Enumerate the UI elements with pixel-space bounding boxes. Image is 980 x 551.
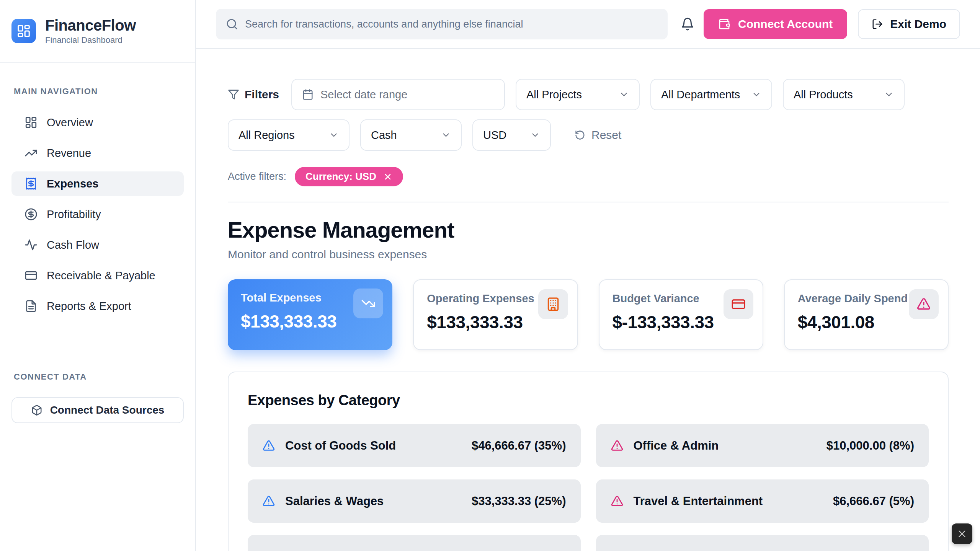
- category-value: $3,333.33 (3%): [833, 550, 914, 551]
- regions-select-value: All Regions: [238, 129, 295, 142]
- filters-label: Filters: [245, 88, 279, 101]
- sidebar-item-label: Receivable & Payable: [47, 269, 155, 282]
- sidebar-item-receivable-payable[interactable]: Receivable & Payable: [11, 263, 184, 288]
- stat-card-average-daily-spend: Average Daily Spend $4,301.08: [784, 279, 949, 350]
- chevron-down-icon: [751, 90, 761, 99]
- category-name: Office & Admin: [634, 439, 719, 453]
- search-box[interactable]: [216, 9, 668, 39]
- section-divider: [228, 202, 949, 202]
- filters-title: Filters: [228, 88, 279, 101]
- nav-section-label: MAIN NAVIGATION: [14, 86, 181, 96]
- connect-data-section: CONNECT DATA Connect Data Sources: [0, 372, 195, 423]
- app-title: FinanceFlow: [45, 17, 136, 34]
- brand: FinanceFlow Financial Dashboard: [0, 0, 195, 63]
- sidebar-item-revenue[interactable]: Revenue: [11, 141, 184, 165]
- category-name: Cost of Goods Sold: [285, 439, 396, 453]
- wallet-icon: [718, 18, 730, 30]
- trending-down-icon: [353, 289, 383, 318]
- credit-card-icon: [724, 289, 753, 319]
- circle-dollar-icon: [24, 208, 38, 221]
- connect-data-sources-label: Connect Data Sources: [50, 404, 165, 416]
- currency-select-value: USD: [483, 129, 506, 142]
- reset-filters-button[interactable]: Reset: [575, 129, 621, 142]
- projects-select[interactable]: All Projects: [516, 79, 640, 110]
- category-row-marketing: Marketing $20,000.00 (15%): [248, 535, 581, 551]
- sidebar-item-label: Cash Flow: [47, 239, 99, 251]
- category-name: Professional Services: [634, 550, 757, 551]
- app-root: FinanceFlow Financial Dashboard MAIN NAV…: [0, 0, 980, 551]
- chevron-down-icon: [329, 130, 339, 140]
- sidebar-item-expenses[interactable]: Expenses: [11, 171, 184, 196]
- category-row-office-admin: Office & Admin $10,000.00 (8%): [596, 424, 929, 467]
- building-icon: [538, 289, 568, 319]
- category-row-cost-of-goods-sold: Cost of Goods Sold $46,666.67 (35%): [248, 424, 581, 467]
- category-value: $33,333.33 (25%): [472, 494, 566, 508]
- date-range-placeholder: Select date range: [320, 88, 407, 101]
- category-grid: Cost of Goods Sold $46,666.67 (35%) Offi…: [248, 424, 929, 551]
- layout-dashboard-icon: [24, 116, 38, 129]
- category-row-professional-services: Professional Services $3,333.33 (3%): [596, 535, 929, 551]
- trending-up-icon: [24, 147, 38, 160]
- category-value: $46,666.67 (35%): [472, 439, 566, 453]
- filters-row-2: All Regions Cash USD: [228, 119, 949, 151]
- exit-demo-button[interactable]: Exit Demo: [858, 9, 960, 39]
- notifications-button[interactable]: [681, 17, 694, 31]
- sidebar-item-overview[interactable]: Overview: [11, 110, 184, 135]
- badge-remove-icon[interactable]: [383, 172, 392, 181]
- file-text-icon: [24, 300, 38, 313]
- filters-panel: Filters Select date range All Projects: [228, 79, 949, 186]
- rotate-ccw-icon: [575, 130, 585, 140]
- category-value: $20,000.00 (15%): [472, 550, 566, 551]
- projects-select-value: All Projects: [526, 88, 582, 101]
- departments-select[interactable]: All Departments: [650, 79, 772, 110]
- category-card-title: Expenses by Category: [248, 392, 929, 409]
- currency-select[interactable]: USD: [472, 119, 551, 151]
- stat-cards: Total Expenses $133,333.33 Operating Exp…: [228, 279, 949, 350]
- connect-account-button[interactable]: Connect Account: [704, 9, 847, 39]
- sidebar-item-label: Profitability: [47, 208, 101, 221]
- topbar: Connect Account Exit Demo: [196, 0, 980, 49]
- category-name: Travel & Entertainment: [634, 494, 763, 508]
- credit-card-icon: [24, 269, 38, 282]
- category-value: $6,666.67 (5%): [833, 494, 914, 508]
- chevron-down-icon: [441, 130, 451, 140]
- category-value: $10,000.00 (8%): [826, 439, 914, 453]
- active-filters-row: Active filters: Currency: USD: [228, 167, 949, 186]
- activity-icon: [24, 238, 38, 251]
- alert-triangle-icon: [909, 289, 939, 319]
- category-row-salaries-wages: Salaries & Wages $33,333.33 (25%): [248, 479, 581, 523]
- exit-demo-label: Exit Demo: [890, 18, 946, 31]
- chevron-down-icon: [530, 130, 540, 140]
- date-range-input[interactable]: Select date range: [291, 79, 505, 110]
- alert-triangle-icon: [262, 495, 275, 508]
- package-icon: [31, 404, 42, 416]
- currency-filter-badge-label: Currency: USD: [305, 171, 376, 183]
- main-navigation: MAIN NAVIGATION Overview Revenue Expense…: [0, 86, 195, 318]
- search-icon: [226, 18, 238, 30]
- content: Filters Select date range All Projects: [196, 49, 980, 551]
- sidebar: FinanceFlow Financial Dashboard MAIN NAV…: [0, 0, 196, 551]
- chevron-down-icon: [619, 90, 629, 99]
- calendar-icon: [302, 89, 314, 100]
- receipt-icon: [24, 177, 38, 190]
- stat-card-budget-variance: Budget Variance $-133,333.33: [599, 279, 763, 350]
- sidebar-item-label: Revenue: [47, 147, 91, 160]
- basis-select-value: Cash: [371, 129, 397, 142]
- page-title: Expense Management: [228, 217, 949, 243]
- regions-select[interactable]: All Regions: [228, 119, 350, 151]
- sidebar-item-cash-flow[interactable]: Cash Flow: [11, 233, 184, 257]
- sidebar-item-label: Expenses: [47, 178, 98, 190]
- departments-select-value: All Departments: [661, 88, 740, 101]
- sidebar-item-reports-export[interactable]: Reports & Export: [11, 294, 184, 318]
- products-select[interactable]: All Products: [783, 79, 905, 110]
- connect-account-label: Connect Account: [738, 18, 833, 31]
- app-logo-icon: [11, 19, 36, 43]
- connect-data-sources-button[interactable]: Connect Data Sources: [11, 397, 184, 423]
- sidebar-item-profitability[interactable]: Profitability: [11, 202, 184, 227]
- category-row-travel-entertainment: Travel & Entertainment $6,666.67 (5%): [596, 479, 929, 523]
- search-input[interactable]: [245, 18, 658, 30]
- log-out-icon: [872, 18, 883, 30]
- currency-filter-badge[interactable]: Currency: USD: [295, 167, 403, 186]
- basis-select[interactable]: Cash: [360, 119, 462, 151]
- close-overlay-button[interactable]: [952, 523, 972, 544]
